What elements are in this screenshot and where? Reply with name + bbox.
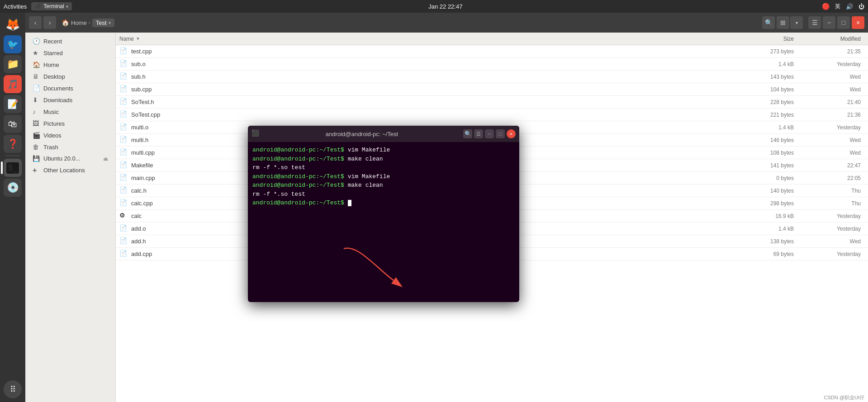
power-icon[interactable]: ⏻ <box>859 3 864 10</box>
file-icon: 📄 <box>119 199 128 208</box>
terminal-close-button[interactable]: × <box>507 129 516 138</box>
recent-icon: 🕐 <box>33 38 40 45</box>
sidebar-item-videos[interactable]: 🎬 Videos <box>27 129 114 141</box>
maximize-button[interactable]: □ <box>837 16 850 29</box>
trash-label: Trash <box>43 144 58 151</box>
view-dropdown[interactable]: ▾ <box>790 16 803 29</box>
file-size: 108 bytes <box>747 150 801 156</box>
language-indicator[interactable]: 英 <box>835 3 840 10</box>
fm-sidebar: 🕐 Recent ★ Starred 🏠 Home 🖥 Desktop 📄 Do… <box>25 33 116 402</box>
sidebar-item-starred[interactable]: ★ Starred <box>27 47 114 59</box>
taskbar-software[interactable]: 🛍 <box>4 115 22 133</box>
sidebar-item-recent[interactable]: 🕐 Recent <box>27 35 114 47</box>
taskbar-help[interactable]: ❓ <box>4 135 22 153</box>
home-breadcrumb[interactable]: 🏠 Home <box>62 19 87 26</box>
file-modified: Wed <box>801 74 864 80</box>
speaker-icon[interactable]: 🔊 <box>846 3 853 10</box>
file-name: SoTest.h <box>131 99 747 105</box>
statusbar-text: CSDN @职业UI仔 <box>824 394 864 401</box>
terminal-body[interactable]: android@android-pc:~/Test$ vim Makefilea… <box>248 142 519 302</box>
eject-icon[interactable]: ⏏ <box>103 156 108 162</box>
name-column-header[interactable]: Name ▼ <box>119 36 747 42</box>
path-dropdown-icon[interactable]: ▾ <box>109 20 111 25</box>
sidebar-item-pictures[interactable]: 🖼 Pictures <box>27 118 114 129</box>
terminal-window[interactable]: ⬛ android@android-pc: ~/Test 🔍 ☰ − □ × a… <box>248 126 519 302</box>
topbar: Activities ⬛ Terminal ▾ Jan 22 22:47 🔴 英… <box>0 0 868 13</box>
terminal-label: Terminal <box>43 3 64 9</box>
music-label: Music <box>43 109 59 115</box>
file-icon: 📄 <box>119 47 128 56</box>
desktop-icon: 🖥 <box>33 73 40 80</box>
file-icon: 📄 <box>119 148 128 157</box>
desktop-label: Desktop <box>43 73 65 80</box>
file-name: sub.cpp <box>131 86 747 93</box>
taskbar-apps-grid[interactable]: ⠿ <box>4 380 22 398</box>
file-modified: Wed <box>801 150 864 156</box>
starred-icon: ★ <box>33 49 40 57</box>
sidebar-item-home[interactable]: 🏠 Home <box>27 59 114 71</box>
terminal-line: android@android-pc:~/Test$ make clean <box>252 155 515 164</box>
taskbar-terminal[interactable]: $_ <box>4 159 22 177</box>
sidebar-item-downloads[interactable]: ⬇ Downloads <box>27 94 114 106</box>
file-modified: Thu <box>801 188 864 194</box>
close-button[interactable]: × <box>852 16 864 29</box>
toolbar-right: ☰ − □ × <box>808 16 864 29</box>
file-modified: 22:47 <box>801 162 864 169</box>
terminal-search-button[interactable]: 🔍 <box>463 129 472 138</box>
statusbar: CSDN @职业UI仔 <box>778 393 868 402</box>
file-icon: 📄 <box>119 237 128 246</box>
file-icon: 📄 <box>119 250 128 259</box>
size-column-header[interactable]: Size <box>747 36 801 42</box>
terminal-maximize-button[interactable]: □ <box>496 129 505 138</box>
sidebar-item-ubuntu[interactable]: 💾 Ubuntu 20.0... ⏏ <box>27 153 114 164</box>
table-row[interactable]: 📄 sub.o 1.4 kB Yesterday <box>116 58 868 71</box>
table-row[interactable]: 📄 test.cpp 273 bytes 21:35 <box>116 45 868 58</box>
menu-button[interactable]: ☰ <box>808 16 821 29</box>
sidebar-item-other-locations[interactable]: + Other Locations <box>27 164 114 176</box>
sidebar-item-music[interactable]: ♪ Music <box>27 106 114 118</box>
current-path[interactable]: Test ▾ <box>92 19 114 27</box>
datetime-label: Jan 22 22:47 <box>428 3 462 10</box>
terminal-titlebar: ⬛ android@android-pc: ~/Test 🔍 ☰ − □ × <box>248 126 519 142</box>
sidebar-item-desktop[interactable]: 🖥 Desktop <box>27 71 114 82</box>
table-row[interactable]: 📄 SoTest.h 228 bytes 21:40 <box>116 96 868 109</box>
table-row[interactable]: 📄 sub.h 143 bytes Wed <box>116 71 868 83</box>
file-name: sub.o <box>131 61 747 67</box>
taskbar: 🦊 🐦 📁 🎵 📝 🛍 ❓ $_ 💿 ⠿ <box>0 13 25 402</box>
network-icon[interactable]: 🔴 <box>822 3 830 10</box>
terminal-taskbar-badge[interactable]: ⬛ Terminal ▾ <box>31 2 71 10</box>
file-size: 0 bytes <box>747 175 801 181</box>
terminal-minimize-button[interactable]: − <box>485 129 494 138</box>
file-modified: Yesterday <box>801 124 864 131</box>
minimize-button[interactable]: − <box>823 16 835 29</box>
file-size: 1.4 kB <box>747 61 801 67</box>
taskbar-thunderbird[interactable]: 🐦 <box>4 35 22 53</box>
taskbar-files[interactable]: 📁 <box>4 55 22 73</box>
grid-view-button[interactable]: ⊞ <box>777 16 789 29</box>
search-button[interactable]: 🔍 <box>762 16 775 29</box>
taskbar-rhythmbox[interactable]: 🎵 <box>4 75 22 93</box>
file-size: 140 bytes <box>747 188 801 194</box>
table-row[interactable]: 📄 sub.cpp 104 bytes Wed <box>116 83 868 96</box>
table-row[interactable]: 📄 SoTest.cpp 221 bytes 21:36 <box>116 109 868 121</box>
file-modified: Wed <box>801 86 864 93</box>
sidebar-item-trash[interactable]: 🗑 Trash <box>27 141 114 153</box>
activities-button[interactable]: Activities <box>4 3 27 10</box>
taskbar-firefox[interactable]: 🦊 <box>4 15 22 33</box>
sidebar-item-documents[interactable]: 📄 Documents <box>27 82 114 94</box>
terminal-menu-button[interactable]: ☰ <box>474 129 483 138</box>
documents-label: Documents <box>43 85 73 92</box>
path-separator: › <box>89 19 90 26</box>
file-icon: 📄 <box>119 85 128 94</box>
file-modified: 21:40 <box>801 99 864 105</box>
downloads-label: Downloads <box>43 97 72 104</box>
terminal-dropdown-icon[interactable]: ▾ <box>66 4 68 9</box>
back-button[interactable]: ‹ <box>29 16 42 29</box>
file-size: 1.4 kB <box>747 226 801 232</box>
modified-column-header[interactable]: Modified <box>801 36 864 42</box>
forward-button[interactable]: › <box>43 16 56 29</box>
pictures-label: Pictures <box>43 120 65 127</box>
taskbar-dvd[interactable]: 💿 <box>4 179 22 197</box>
taskbar-libreoffice[interactable]: 📝 <box>4 95 22 113</box>
starred-label: Starred <box>43 50 63 57</box>
